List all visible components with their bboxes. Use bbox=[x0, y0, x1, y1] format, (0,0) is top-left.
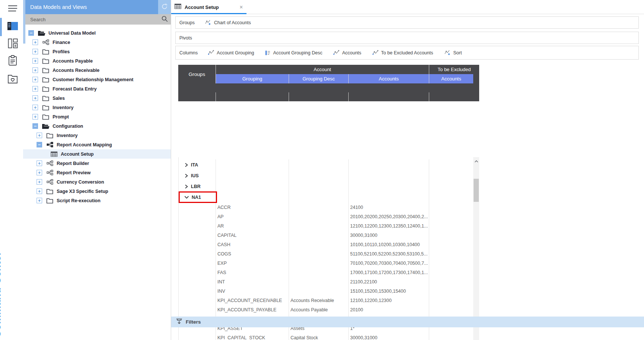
chip-sort[interactable]: Sort bbox=[444, 50, 462, 56]
tab-close-icon[interactable]: × bbox=[240, 4, 243, 10]
cell-excluded-accounts[interactable] bbox=[429, 192, 474, 203]
cell-grouping[interactable]: KPI_CAPITAL_STOCK bbox=[216, 333, 289, 340]
tree-item-report-account-mapping[interactable]: −Report Account Mapping bbox=[23, 140, 171, 149]
filters-bar[interactable]: Filters bbox=[171, 317, 644, 327]
cell-grouping[interactable]: CASH bbox=[216, 240, 289, 249]
cell-grouping-desc[interactable] bbox=[289, 221, 349, 231]
cell-grouping[interactable]: AR bbox=[216, 221, 289, 231]
grid-row-cash[interactable]: CASH10100,10110,10200,10300,10400 bbox=[179, 240, 479, 249]
cell-groups[interactable] bbox=[179, 296, 216, 305]
tree-item-forecast-data-entry[interactable]: +Forecast Data Entry bbox=[23, 84, 171, 93]
chevron-right-icon[interactable] bbox=[184, 174, 188, 178]
tree-item-accounts-payable[interactable]: +Accounts Payable bbox=[23, 56, 171, 66]
cell-groups[interactable] bbox=[179, 231, 216, 240]
grid-row-inv[interactable]: INV15100,15200,15300,15400 bbox=[179, 286, 479, 296]
cell-accounts[interactable]: 24100 bbox=[349, 203, 429, 212]
cell-accounts[interactable]: 30000,31000 bbox=[349, 333, 429, 340]
cell-grouping[interactable]: KPI_ACCOUNT_RECEIVABLE bbox=[216, 296, 289, 305]
chevron-right-icon[interactable] bbox=[184, 163, 188, 167]
expand-toggle-icon[interactable]: + bbox=[32, 49, 38, 54]
chip-account-grouping[interactable]: Account Grouping bbox=[208, 50, 254, 56]
cell-grouping-desc[interactable] bbox=[289, 268, 349, 277]
column-header-accounts[interactable]: Accounts bbox=[348, 74, 429, 83]
chevron-down-icon[interactable] bbox=[184, 195, 189, 199]
cell-excluded-accounts[interactable] bbox=[429, 249, 474, 258]
cell-grouping-desc[interactable] bbox=[289, 277, 349, 286]
cell-grouping-desc[interactable]: Accounts Receivable bbox=[289, 296, 349, 305]
grid-row-capital[interactable]: CAPITAL30000,31000 bbox=[179, 231, 479, 240]
clipboard-icon[interactable] bbox=[7, 55, 19, 67]
cell-accounts[interactable]: 15100,15200,15300,15400 bbox=[349, 286, 429, 296]
expand-toggle-icon[interactable]: + bbox=[37, 161, 42, 166]
cell-grouping[interactable] bbox=[216, 159, 289, 170]
chip-accounts[interactable]: Accounts bbox=[333, 50, 361, 56]
tree-item-currency-conversion[interactable]: +Currency Conversion bbox=[23, 177, 171, 187]
cell-grouping-desc[interactable] bbox=[289, 192, 349, 203]
chip-account-grouping-desc[interactable]: Account Grouping Desc bbox=[265, 50, 322, 56]
column-header-groups[interactable]: Groups bbox=[178, 65, 216, 83]
cell-accounts[interactable]: 17000,17100,17200,17300,17400,1... bbox=[349, 268, 429, 277]
cell-groups[interactable] bbox=[179, 221, 216, 231]
expand-toggle-icon[interactable]: + bbox=[37, 170, 42, 175]
cell-grouping[interactable]: COGS bbox=[216, 249, 289, 258]
cell-groups[interactable] bbox=[179, 286, 216, 296]
cell-excluded-accounts[interactable] bbox=[429, 268, 474, 277]
chevron-right-icon[interactable] bbox=[184, 184, 188, 189]
expand-toggle-icon[interactable]: + bbox=[37, 133, 42, 138]
column-header-excluded-accounts[interactable]: Accounts bbox=[429, 74, 473, 83]
columns-zone[interactable]: Columns Account GroupingAccount Grouping… bbox=[175, 46, 639, 60]
cell-excluded-accounts[interactable] bbox=[429, 181, 474, 192]
cell-excluded-accounts[interactable] bbox=[429, 296, 474, 305]
cell-grouping[interactable]: INT bbox=[216, 277, 289, 286]
grid-row-kpi-accounts-payable[interactable]: KPI_ACCOUNTS_PAYABLEAccounts Payable2010… bbox=[179, 305, 479, 314]
cell-accounts[interactable]: 12100,12200,12300 bbox=[349, 296, 429, 305]
expand-toggle-icon[interactable]: + bbox=[32, 105, 38, 110]
cell-grouping-desc[interactable] bbox=[289, 212, 349, 221]
tree-item-report-builder[interactable]: +Report Builder bbox=[23, 159, 171, 168]
tree-item-script-re-execution[interactable]: +Script Re-execution bbox=[23, 196, 171, 205]
cell-grouping-desc[interactable] bbox=[289, 231, 349, 240]
cell-grouping-desc[interactable] bbox=[289, 170, 349, 181]
cell-excluded-accounts[interactable] bbox=[429, 240, 474, 249]
column-header-account[interactable]: Account bbox=[216, 65, 429, 74]
tree-item-account-setup[interactable]: Account Setup bbox=[23, 149, 171, 159]
expand-toggle-icon[interactable]: + bbox=[37, 188, 42, 194]
tree-item-sales[interactable]: +Sales bbox=[23, 93, 171, 103]
cell-accounts[interactable]: 21100,22100 bbox=[349, 277, 429, 286]
tree-item-universal-data-model[interactable]: −Universal Data Model bbox=[23, 28, 171, 38]
scrollbar-thumb[interactable] bbox=[474, 179, 479, 202]
cell-excluded-accounts[interactable] bbox=[429, 221, 474, 231]
cell-groups[interactable]: NA1 bbox=[179, 192, 216, 203]
cell-accounts[interactable]: 20100 bbox=[349, 305, 429, 314]
chip-chart-of-accounts[interactable]: Chart of Accounts bbox=[205, 20, 251, 26]
cell-accounts[interactable]: 12100,12200,12300,12350,12400,1... bbox=[349, 221, 429, 231]
data-models-icon[interactable] bbox=[7, 21, 19, 33]
grid-row-cogs[interactable]: COGS51100,52100,52200,52300,53100,5... bbox=[179, 249, 479, 258]
cell-groups[interactable] bbox=[179, 249, 216, 258]
groups-zone[interactable]: Groups Chart of Accounts bbox=[175, 16, 639, 29]
cell-excluded-accounts[interactable] bbox=[429, 159, 474, 170]
cell-excluded-accounts[interactable] bbox=[429, 286, 474, 296]
chip-to-be-excluded-accounts[interactable]: To be Excluded Accounts bbox=[373, 50, 433, 56]
cell-groups[interactable] bbox=[179, 240, 216, 249]
expand-toggle-icon[interactable]: + bbox=[32, 39, 38, 45]
cell-accounts[interactable]: 51100,52100,52200,52300,53100,5... bbox=[349, 249, 429, 258]
cell-grouping-desc[interactable] bbox=[289, 181, 349, 192]
cell-groups[interactable]: ITA bbox=[179, 159, 216, 170]
tree-item-report-preview[interactable]: +Report Preview bbox=[23, 168, 171, 177]
tree-item-sage-x3-specific-setup[interactable]: +Sage X3 Specific Setup bbox=[23, 187, 171, 196]
cell-excluded-accounts[interactable] bbox=[429, 231, 474, 240]
cell-accounts[interactable] bbox=[349, 170, 429, 181]
cell-excluded-accounts[interactable] bbox=[429, 258, 474, 268]
cell-grouping-desc[interactable] bbox=[289, 203, 349, 212]
cell-excluded-accounts[interactable] bbox=[429, 277, 474, 286]
grid-row-kpi-capital-stock[interactable]: KPI_CAPITAL_STOCKCapital Stock30000,3100… bbox=[179, 333, 479, 340]
cell-accounts[interactable]: 70100,70200,70300,70400,70500,7... bbox=[349, 258, 429, 268]
tree-item-finance[interactable]: +Finance bbox=[23, 38, 171, 47]
grid-row-accr[interactable]: ACCR24100 bbox=[179, 203, 479, 212]
group-row-ius[interactable]: IUS bbox=[179, 170, 479, 181]
folder-heart-icon[interactable] bbox=[7, 74, 19, 86]
cell-grouping-desc[interactable] bbox=[289, 286, 349, 296]
tab-account-setup[interactable]: Account Setup × bbox=[175, 0, 243, 14]
cell-grouping[interactable]: INV bbox=[216, 286, 289, 296]
